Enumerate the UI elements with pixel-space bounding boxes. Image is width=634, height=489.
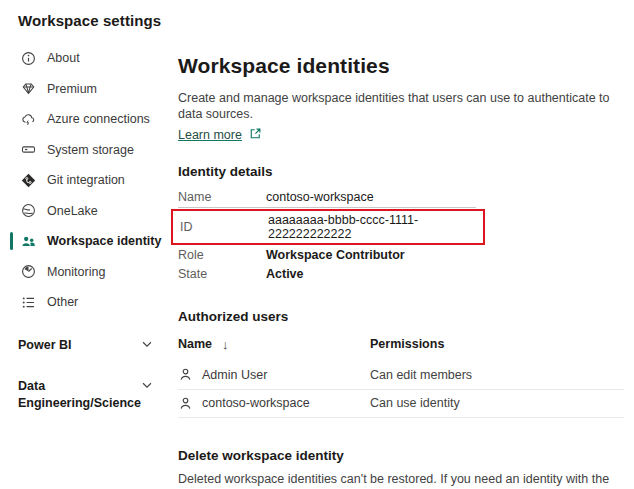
list-icon [20, 294, 36, 310]
authorized-users-heading: Authorized users [178, 309, 624, 324]
sidebar-item-system-storage[interactable]: System storage [0, 139, 166, 161]
sidebar-group-data-engineering-science[interactable]: Data Engineering/Science [0, 378, 166, 412]
git-icon [20, 172, 36, 188]
gauge-icon [20, 264, 36, 280]
identity-row-name: Name contoso-workspace [178, 188, 476, 208]
external-link-icon [249, 127, 262, 143]
detail-value: Workspace Contributor [266, 248, 405, 262]
sidebar-item-label: Workspace identity [47, 234, 161, 248]
sidebar-group-label: Data Engineering/Science [18, 378, 136, 412]
column-header-label: Name [178, 337, 212, 351]
column-header-permissions: Permissions [370, 337, 444, 352]
users-table-body: Admin User Can edit members contoso-work… [178, 361, 624, 418]
people-icon [20, 233, 36, 249]
settings-sidebar: About Premium Azure connections System s… [0, 31, 166, 489]
detail-value: contoso-workspace [266, 190, 374, 204]
workspace-settings-panel: Workspace settings About Premium Azu [0, 0, 634, 489]
detail-label: Role [178, 248, 266, 262]
page-description: Create and manage workspace identities t… [178, 90, 624, 123]
identity-details-heading: Identity details [178, 164, 624, 179]
onelake-icon [20, 203, 36, 219]
detail-label: State [178, 267, 266, 281]
sidebar-group-label: Power BI [18, 337, 72, 354]
storage-icon [20, 142, 36, 158]
sidebar-item-label: Azure connections [47, 112, 150, 126]
user-permission: Can edit members [370, 368, 472, 382]
detail-value: Active [266, 267, 304, 281]
person-icon [178, 367, 194, 383]
sidebar-item-label: Git integration [47, 173, 125, 187]
sidebar-item-label: Premium [47, 82, 97, 96]
page-title: Workspace identities [178, 54, 624, 78]
sidebar-group-power-bi[interactable]: Power BI [0, 337, 166, 354]
sidebar-item-premium[interactable]: Premium [0, 78, 166, 100]
detail-value: aaaaaaaa-bbbb-cccc-1111-222222222222 [268, 213, 474, 241]
user-row: contoso-workspace Can use identity [178, 389, 624, 417]
user-row: Admin User Can edit members [178, 361, 624, 389]
sidebar-item-git-integration[interactable]: Git integration [0, 169, 166, 191]
learn-more-row: Learn more [178, 127, 624, 143]
identity-row-state: State Active [178, 265, 476, 284]
sort-descending-icon: ↓ [222, 337, 229, 352]
detail-label: ID [180, 220, 268, 234]
authorized-users-table: Name ↓ Permissions Admin User Can edit [178, 337, 624, 418]
sidebar-item-label: Monitoring [47, 265, 105, 279]
premium-gem-icon [20, 81, 36, 97]
sidebar-item-label: About [47, 51, 80, 65]
cloud-connection-icon [20, 111, 36, 127]
chevron-down-icon [140, 378, 154, 395]
users-table-header: Name ↓ Permissions [178, 337, 624, 361]
info-icon [20, 50, 36, 66]
sidebar-item-azure-connections[interactable]: Azure connections [0, 108, 166, 130]
sidebar-item-other[interactable]: Other [0, 291, 166, 313]
column-header-name[interactable]: Name ↓ [178, 337, 370, 352]
sidebar-item-label: Other [47, 295, 78, 309]
workspace-identities-page: Workspace identities Create and manage w… [166, 31, 634, 489]
identity-details-table: Name contoso-workspace ID aaaaaaaa-bbbb-… [178, 188, 476, 284]
user-name: contoso-workspace [202, 396, 310, 410]
sidebar-item-label: OneLake [47, 204, 98, 218]
sidebar-item-onelake[interactable]: OneLake [0, 200, 166, 222]
user-permission: Can use identity [370, 396, 460, 410]
chevron-down-icon [140, 337, 154, 354]
user-name: Admin User [202, 368, 267, 382]
sidebar-item-monitoring[interactable]: Monitoring [0, 261, 166, 283]
identity-row-id-highlighted: ID aaaaaaaa-bbbb-cccc-1111-222222222222 [171, 209, 485, 245]
sidebar-item-workspace-identity[interactable]: Workspace identity [0, 230, 166, 252]
identity-row-role: Role Workspace Contributor [178, 246, 476, 265]
sidebar-item-about[interactable]: About [0, 47, 166, 69]
panel-title: Workspace settings [0, 0, 634, 29]
person-icon [178, 395, 194, 411]
detail-label: Name [178, 190, 266, 204]
delete-identity-description: Deleted workspace identities can't be re… [178, 471, 624, 489]
sidebar-item-label: System storage [47, 143, 134, 157]
learn-more-link[interactable]: Learn more [178, 128, 242, 142]
delete-identity-heading: Delete workspace identity [178, 448, 624, 463]
settings-layout: About Premium Azure connections System s… [0, 31, 634, 489]
